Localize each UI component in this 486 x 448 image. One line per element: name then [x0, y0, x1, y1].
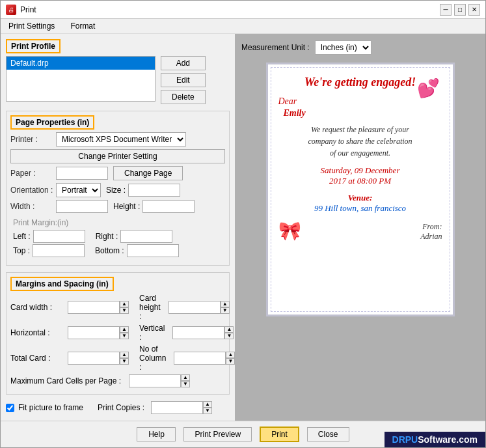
close-button[interactable]: ✕	[468, 4, 480, 16]
print-copies-spinner: 1 ▲ ▼	[151, 401, 212, 414]
width-input[interactable]: 8.5	[56, 200, 108, 213]
total-card-label: Total Card :	[10, 354, 62, 363]
total-card-down[interactable]: ▼	[120, 358, 129, 365]
right-margin-label: Right :	[96, 232, 118, 241]
print-button[interactable]: Print	[260, 427, 299, 442]
change-page-button[interactable]: Change Page	[113, 166, 183, 180]
vertical-down[interactable]: ▼	[224, 333, 234, 339]
menu-format[interactable]: Format	[68, 20, 98, 32]
left-margin-input[interactable]: 0	[33, 230, 85, 243]
card-height-label: Card height :	[139, 294, 161, 321]
profile-item-default[interactable]: Default.drp	[7, 57, 155, 70]
max-card-row: Maximum Card Cells per Page : 2 ▲ ▼	[10, 374, 225, 387]
card-height-spinbtns: ▲ ▼	[221, 301, 230, 314]
card-height-input[interactable]: 3.93	[169, 301, 221, 314]
card-size-row: Card width : 3.93 ▲ ▼ Card height : 3.93…	[10, 294, 225, 321]
top-margin-input[interactable]: 0	[33, 244, 85, 257]
card-height-down[interactable]: ▼	[221, 307, 230, 314]
bottom-margin-input[interactable]: 0	[127, 244, 179, 257]
profile-buttons: Add Edit Delete	[161, 56, 206, 104]
margins-spacing-label: Margins and Spacing (in)	[10, 277, 114, 291]
card-footer: 🎀 From: Adrian	[278, 220, 442, 242]
help-button[interactable]: Help	[137, 427, 176, 441]
no-of-column-up[interactable]: ▲	[226, 352, 235, 358]
vertical-input[interactable]: 0.000	[172, 326, 224, 339]
horizontal-down[interactable]: ▼	[120, 333, 129, 339]
top-margin-label: Top :	[13, 246, 30, 255]
left-panel: Print Profile Default.drp Add Edit Delet…	[1, 34, 235, 421]
print-copies-spinbtns: ▲ ▼	[203, 401, 212, 414]
main-window: 🖨 Print ─ □ ✕ Print Settings Format Prin…	[0, 0, 486, 448]
height-label: Height :	[113, 202, 140, 211]
right-margin-input[interactable]: 0	[120, 230, 172, 243]
measurement-label: Measurement Unit :	[241, 43, 310, 52]
window-title: Print	[20, 5, 440, 14]
paper-input[interactable]: Letter	[56, 167, 108, 180]
printer-select[interactable]: Microsoft XPS Document Writer	[56, 132, 186, 147]
print-copies-down[interactable]: ▼	[203, 408, 212, 414]
minimize-button[interactable]: ─	[440, 4, 452, 16]
horizontal-label: Horizontal :	[10, 328, 62, 337]
card-width-spinner: 3.93 ▲ ▼	[68, 301, 129, 314]
printer-row: Printer : Microsoft XPS Document Writer	[10, 132, 225, 147]
card-width-spinbtns: ▲ ▼	[120, 301, 129, 314]
horizontal-input[interactable]: 0.000	[68, 326, 120, 339]
edit-button[interactable]: Edit	[161, 73, 206, 87]
max-card-up[interactable]: ▲	[181, 374, 190, 381]
no-of-column-input[interactable]: 1	[174, 352, 226, 365]
max-card-down[interactable]: ▼	[181, 381, 190, 387]
profile-list[interactable]: Default.drp	[6, 56, 155, 102]
height-input[interactable]: 11	[142, 200, 195, 213]
print-margin-section: Print Margin:(in) Left : 0 Right : 0	[10, 216, 225, 261]
max-card-spinbtns: ▲ ▼	[181, 374, 190, 387]
bottom-margin-label: Bottom :	[95, 246, 124, 255]
card-from: From: Adrian	[420, 222, 442, 242]
card-height-up[interactable]: ▲	[221, 301, 230, 307]
fit-picture-row: Fit picture to frame Print Copies : 1 ▲ …	[6, 401, 230, 414]
restore-button[interactable]: □	[454, 4, 466, 16]
card-name: Emily	[284, 108, 442, 119]
software-text: Software.com	[418, 434, 478, 445]
change-printer-button[interactable]: Change Printer Setting	[10, 149, 225, 163]
delete-button[interactable]: Delete	[161, 90, 206, 104]
margins-spacing-section: Margins and Spacing (in) Card width : 3.…	[6, 272, 230, 395]
printer-label: Printer :	[10, 135, 56, 144]
horizontal-up[interactable]: ▲	[120, 326, 129, 333]
total-card-up[interactable]: ▲	[120, 352, 129, 358]
paper-label: Paper :	[10, 169, 56, 178]
orientation-select[interactable]: Portrait	[56, 183, 101, 197]
content-area: Print Profile Default.drp Add Edit Delet…	[1, 34, 485, 421]
measurement-select[interactable]: Inches (in)	[315, 40, 371, 55]
size-input[interactable]: 8.5x11	[128, 184, 180, 197]
print-copies-label: Print Copies :	[98, 403, 144, 412]
horizontal-spinbtns: ▲ ▼	[120, 326, 129, 339]
print-profile-label: Print Profile	[6, 39, 61, 53]
print-preview-button[interactable]: Print Preview	[183, 427, 252, 441]
drpu-text: DRPU	[392, 434, 418, 445]
card-width-down[interactable]: ▼	[120, 307, 129, 314]
close-button-footer[interactable]: Close	[307, 427, 349, 441]
page-properties-section: Page Properties (in) Printer : Microsoft…	[6, 111, 230, 266]
menu-print-settings[interactable]: Print Settings	[6, 20, 57, 32]
vertical-up[interactable]: ▲	[224, 326, 234, 333]
print-copies-input[interactable]: 1	[151, 401, 203, 414]
card-width-up[interactable]: ▲	[120, 301, 129, 307]
no-of-column-down[interactable]: ▼	[226, 358, 235, 365]
card-body: We request the pleasure of yourcompany t…	[278, 124, 442, 159]
right-panel: Measurement Unit : Inches (in) We're get…	[235, 34, 485, 421]
print-copies-up[interactable]: ▲	[203, 401, 212, 408]
max-card-label: Maximum Card Cells per Page :	[10, 376, 121, 385]
print-margin-label: Print Margin:(in)	[13, 218, 223, 227]
max-card-input[interactable]: 2	[129, 374, 181, 387]
card-venue: 99 Hill town, san francisco	[278, 203, 442, 214]
fit-picture-checkbox[interactable]	[6, 404, 14, 412]
card-width-input[interactable]: 3.93	[68, 301, 120, 314]
max-card-spinner: 2 ▲ ▼	[129, 374, 190, 387]
menu-bar: Print Settings Format	[1, 19, 485, 34]
lr-margin-row: Left : 0 Right : 0	[13, 230, 223, 243]
app-icon: 🖨	[6, 5, 16, 15]
total-card-input[interactable]: 1	[68, 352, 120, 365]
add-button[interactable]: Add	[161, 56, 206, 70]
orientation-row: Orientation : Portrait Size : 8.5x11	[10, 183, 225, 197]
vertical-spinbtns: ▲ ▼	[224, 326, 234, 339]
